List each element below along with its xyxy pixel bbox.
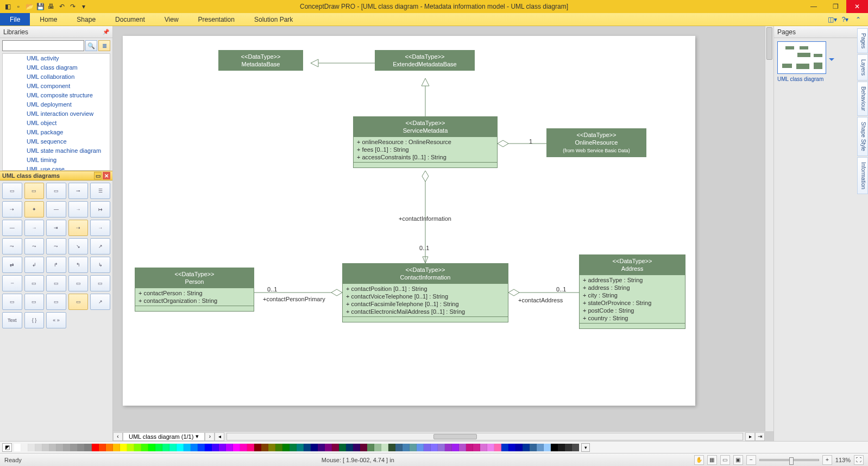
shape-item[interactable]: ⇥ [46, 220, 66, 236]
shape-item[interactable]: ↦ [90, 201, 110, 218]
tree-item[interactable]: UML composite structure [3, 91, 110, 100]
color-swatch[interactable] [205, 444, 212, 451]
color-swatch[interactable] [501, 444, 508, 451]
tree-item[interactable]: UML activity [3, 54, 110, 63]
color-swatch[interactable] [374, 444, 381, 451]
page-tab-selector[interactable]: UML class diagram (1/1)▾ [123, 432, 205, 441]
canvas-hscroll[interactable] [227, 433, 743, 440]
tree-item[interactable]: UML timing [3, 156, 110, 165]
tab-view[interactable]: View [155, 13, 188, 26]
shape-item[interactable]: → [68, 201, 89, 218]
shape-item[interactable]: ⤳ [46, 238, 66, 254]
color-swatch[interactable] [141, 444, 148, 451]
help-icon[interactable]: ?▾ [841, 15, 850, 24]
color-swatch[interactable] [35, 444, 42, 451]
new-icon[interactable]: ▫ [14, 2, 23, 11]
shape-item[interactable]: → [90, 220, 110, 236]
color-swatch[interactable] [92, 444, 99, 451]
color-swatch[interactable] [261, 444, 268, 451]
color-swatch[interactable] [565, 444, 572, 451]
shape-brace-button[interactable]: { } [24, 312, 45, 328]
color-swatch[interactable] [120, 444, 127, 451]
shape-item[interactable]: ▭ [2, 183, 22, 199]
tree-item[interactable]: UML deployment [3, 100, 110, 109]
shape-item[interactable]: ⤳ [24, 238, 45, 254]
color-swatch[interactable] [191, 444, 198, 451]
color-swatch[interactable] [480, 444, 487, 451]
view-button[interactable]: ▭ [720, 455, 730, 465]
shape-item[interactable]: ▭ [68, 275, 89, 291]
fit-button[interactable]: ⛶ [854, 455, 864, 465]
class-person[interactable]: <<DataType>>Person + contactPerson : Str… [135, 268, 254, 312]
color-swatch[interactable] [466, 444, 473, 451]
color-swatch[interactable] [21, 444, 28, 451]
shape-item[interactable]: ▭ [46, 294, 66, 310]
shape-item[interactable]: — [46, 201, 66, 218]
color-swatch[interactable] [494, 444, 501, 451]
shape-item[interactable]: ┄ [2, 275, 22, 291]
page-thumbnail[interactable] [777, 41, 826, 74]
class-metadatabase[interactable]: <<DataType>>MetadataBase [218, 50, 303, 71]
color-swatch[interactable] [28, 444, 35, 451]
print-icon[interactable]: 🖶 [47, 2, 55, 11]
class-extendedmetadatabase[interactable]: <<DataType>>ExtendedMetadataBase [375, 50, 475, 71]
shape-item[interactable]: ⇢ [68, 220, 89, 236]
color-swatch[interactable] [49, 444, 56, 451]
shape-item[interactable]: — [2, 220, 22, 236]
class-contactinformation[interactable]: <<DataType>>ContactInformation + contact… [342, 263, 508, 322]
color-swatch[interactable] [523, 444, 530, 451]
color-swatch[interactable] [64, 444, 71, 451]
color-swatch[interactable] [438, 444, 445, 451]
save-icon[interactable]: 💾 [36, 2, 45, 11]
shape-item[interactable]: ☰ [90, 183, 110, 199]
side-tab-layers[interactable]: Layers [857, 54, 868, 80]
tab-home[interactable]: Home [30, 13, 67, 26]
color-swatch[interactable] [169, 444, 177, 451]
side-tab-shape-style[interactable]: Shape Style [857, 117, 868, 156]
color-swatch[interactable] [219, 444, 226, 451]
color-swatch[interactable] [395, 444, 402, 451]
color-swatch[interactable] [106, 444, 113, 451]
color-swatch[interactable] [360, 444, 367, 451]
page-next-button[interactable]: › [205, 432, 215, 441]
color-swatch[interactable] [424, 444, 431, 451]
color-swatch[interactable] [551, 444, 558, 451]
maximize-button[interactable]: ❐ [825, 0, 846, 13]
color-swatch[interactable] [410, 444, 417, 451]
side-tab-behaviour[interactable]: Behaviour [857, 82, 868, 116]
color-swatch[interactable] [233, 444, 240, 451]
color-swatch[interactable] [71, 444, 78, 451]
drawing-canvas[interactable]: <<DataType>>MetadataBase <<DataType>>Ext… [123, 36, 695, 406]
color-swatch[interactable] [388, 444, 395, 451]
shape-item[interactable]: ⇢ [2, 201, 22, 218]
color-swatch[interactable] [226, 444, 233, 451]
color-swatch[interactable] [459, 444, 466, 451]
view-button[interactable]: ✋ [694, 455, 704, 465]
color-swatch[interactable] [332, 444, 339, 451]
shapes-menu-icon[interactable]: ▭ [94, 172, 102, 179]
color-swatch[interactable] [56, 444, 64, 451]
color-swatch[interactable] [367, 444, 374, 451]
shape-item[interactable]: ▭ [24, 275, 45, 291]
color-swatch[interactable] [402, 444, 410, 451]
color-swatch[interactable] [85, 444, 92, 451]
tab-solution-park[interactable]: Solution Park [244, 13, 303, 26]
shape-item[interactable]: ↲ [24, 257, 45, 273]
color-picker-icon[interactable]: ◩ [2, 443, 12, 452]
tree-item[interactable]: UML object [3, 119, 110, 128]
tab-shape[interactable]: Shape [67, 13, 105, 26]
file-menu-button[interactable]: File [0, 13, 30, 26]
shape-item[interactable]: ▭ [46, 275, 66, 291]
color-swatch[interactable] [240, 444, 247, 451]
color-swatch[interactable] [445, 444, 452, 451]
class-servicemetadata[interactable]: <<DataType>>ServiceMetadata + onlineReso… [353, 116, 498, 168]
color-swatch[interactable] [127, 444, 134, 451]
tree-item[interactable]: UML collaboration [3, 72, 110, 82]
redo-icon[interactable]: ↷ [68, 2, 77, 11]
hscroll-end[interactable]: ⇥ [755, 432, 765, 441]
canvas-vscroll[interactable] [765, 26, 773, 431]
hscroll-right[interactable]: ▸ [745, 432, 755, 441]
color-swatch[interactable] [318, 444, 325, 451]
color-swatch[interactable] [572, 444, 579, 451]
color-swatch[interactable] [282, 444, 290, 451]
